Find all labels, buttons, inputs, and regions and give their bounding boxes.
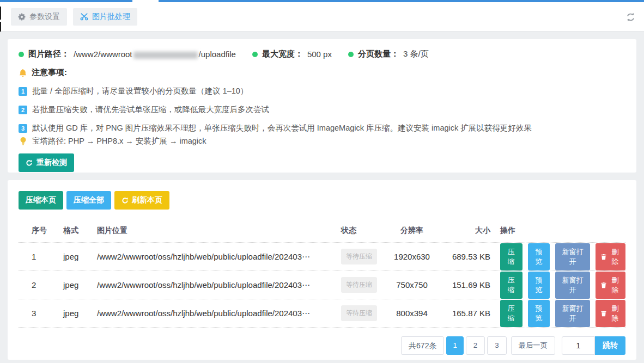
- stat-value: /www2/wwwroot/uploadfile: [74, 50, 236, 59]
- page-button-2[interactable]: 2: [466, 336, 485, 355]
- column-header-format: 格式: [63, 226, 97, 236]
- stat-page-size: 分页数量： 3 条/页: [348, 49, 429, 59]
- redacted-path-segment: [133, 52, 198, 59]
- row-actions: 压缩 预览 新窗打开 删除: [490, 243, 625, 270]
- status-badge: 等待压缩: [341, 249, 377, 264]
- cell-format: jpeg: [63, 309, 97, 318]
- compress-button[interactable]: 压缩: [500, 272, 523, 299]
- column-header-actions: 操作: [490, 226, 625, 236]
- preview-button[interactable]: 预览: [528, 243, 550, 270]
- cell-resolution: 750x750: [381, 280, 442, 290]
- delete-button[interactable]: 删除: [596, 272, 625, 299]
- status-badge: 等待压缩: [341, 277, 377, 293]
- column-header-resolution: 分辨率: [381, 226, 442, 236]
- column-header-path: 图片位置: [97, 226, 320, 236]
- cell-index: 3: [26, 309, 63, 318]
- green-dot-icon: [348, 52, 354, 57]
- page-button-3[interactable]: 3: [487, 336, 506, 355]
- cell-path: /www2/wwwroot/oss/hzljhb/web/public/uplo…: [97, 252, 320, 262]
- notice-item-1: 1 批量 / 全部压缩时，请尽量设置较小的分页数量（建议 1–10）: [19, 86, 625, 96]
- refresh-icon: [26, 159, 33, 167]
- stat-label: 分页数量：: [358, 49, 399, 59]
- last-page-button[interactable]: 最后一页: [511, 336, 555, 355]
- gear-icon: [18, 13, 26, 21]
- notice-item-3: 3 默认使用 GD 库，对 PNG 图片压缩效果不理想，单张压缩失败时，会再次尝…: [19, 123, 625, 133]
- settings-summary-panel: 图片路径： /www2/wwwroot/uploadfile 最大宽度： 500…: [8, 39, 636, 173]
- table-header: 序号 格式 图片位置 状态 分辨率 大小 操作: [19, 219, 625, 243]
- tab-label: 图片批处理: [92, 12, 130, 22]
- scissors-icon: [80, 13, 88, 21]
- stat-max-width: 最大宽度： 500 px: [252, 49, 332, 59]
- column-header-size: 大小: [442, 226, 490, 236]
- compress-current-page-button[interactable]: 压缩本页: [19, 191, 63, 210]
- pagination: 共672条 1 2 3 最后一页 跳转: [19, 336, 625, 355]
- stats-row: 图片路径： /www2/wwwroot/uploadfile 最大宽度： 500…: [19, 49, 625, 59]
- tab-image-batch[interactable]: 图片批处理: [73, 8, 137, 26]
- stat-value: 500 px: [307, 50, 332, 59]
- cell-resolution: 800x394: [381, 309, 442, 318]
- row-actions: 压缩 预览 新窗打开 删除: [490, 272, 625, 299]
- list-toolbar: 压缩本页 压缩全部 刷新本页: [19, 191, 625, 210]
- preview-button[interactable]: 预览: [528, 300, 550, 327]
- tab-group: 参数设置 图片批处理: [0, 2, 644, 31]
- green-dot-icon: [252, 52, 258, 57]
- table-row: 2 jpeg /www2/wwwroot/oss/hzljhb/web/publ…: [19, 271, 625, 299]
- open-new-window-button[interactable]: 新窗打开: [555, 300, 590, 327]
- tab-label: 参数设置: [29, 12, 60, 22]
- number-badge: 3: [19, 124, 27, 133]
- table-row: 3 jpeg /www2/wwwroot/oss/hzljhb/web/publ…: [19, 299, 625, 328]
- trash-icon: [600, 282, 607, 288]
- notice-title: 注意事项:: [19, 67, 625, 78]
- column-header-index: 序号: [26, 226, 63, 236]
- bulb-icon: [20, 137, 27, 146]
- cell-size: 689.53 KB: [442, 252, 490, 261]
- cell-path: /www2/wwwroot/oss/hzljhb/web/public/uplo…: [97, 309, 320, 318]
- cell-resolution: 1920x630: [381, 252, 442, 261]
- table-row: 1 jpeg /www2/wwwroot/oss/hzljhb/web/publ…: [19, 243, 625, 271]
- compress-all-button[interactable]: 压缩全部: [66, 191, 111, 210]
- left-edge-fragment: [0, 22, 1, 32]
- tip-row: 宝塔路径: PHP → PHP8.x → 安装扩展 → imagick: [19, 136, 625, 146]
- cell-index: 1: [26, 252, 63, 261]
- preview-button[interactable]: 预览: [528, 272, 550, 299]
- stat-label: 最大宽度：: [262, 49, 303, 59]
- page-button-1[interactable]: 1: [446, 336, 463, 355]
- green-dot-icon: [19, 52, 24, 57]
- total-count-label: 共672条: [401, 336, 444, 355]
- cell-size: 165.87 KB: [442, 309, 490, 318]
- cell-format: jpeg: [63, 252, 97, 261]
- left-edge-fragment: [0, 7, 1, 20]
- cell-format: jpeg: [63, 280, 97, 290]
- notice-text: 批量 / 全部压缩时，请尽量设置较小的分页数量（建议 1–10）: [32, 86, 248, 96]
- compress-button[interactable]: 压缩: [500, 243, 523, 270]
- compress-button[interactable]: 压缩: [500, 300, 523, 327]
- tip-text: 宝塔路径: PHP → PHP8.x → 安装扩展 → imagick: [32, 136, 206, 146]
- cell-size: 151.69 KB: [442, 280, 490, 290]
- open-new-window-button[interactable]: 新窗打开: [555, 243, 590, 270]
- jump-group: 跳转: [562, 336, 625, 355]
- number-badge: 2: [19, 106, 27, 114]
- jump-button[interactable]: 跳转: [595, 336, 625, 355]
- top-bar: 参数设置 图片批处理: [0, 2, 644, 32]
- refresh-current-page-button[interactable]: 刷新本页: [114, 191, 169, 210]
- delete-button[interactable]: 删除: [596, 243, 625, 270]
- refresh-icon[interactable]: [626, 13, 635, 22]
- refresh-icon: [121, 197, 129, 204]
- trash-icon: [600, 310, 607, 317]
- number-badge: 1: [19, 87, 27, 96]
- cell-path: /www2/wwwroot/oss/hzljhb/web/public/uplo…: [97, 280, 320, 290]
- stat-image-path: 图片路径： /www2/wwwroot/uploadfile: [19, 49, 236, 59]
- row-actions: 压缩 预览 新窗打开 删除: [490, 300, 625, 327]
- stat-label: 图片路径：: [28, 49, 69, 59]
- tab-parameter-settings[interactable]: 参数设置: [11, 8, 67, 26]
- open-new-window-button[interactable]: 新窗打开: [555, 272, 590, 299]
- delete-button[interactable]: 删除: [596, 300, 625, 327]
- trash-icon: [600, 254, 607, 260]
- jump-page-input[interactable]: [562, 336, 595, 355]
- notice-text: 若批量压缩失败，请优先尝试单张压缩，或降低最大宽度后多次尝试: [32, 104, 269, 115]
- notice-item-2: 2 若批量压缩失败，请优先尝试单张压缩，或降低最大宽度后多次尝试: [19, 104, 625, 115]
- recheck-button[interactable]: 重新检测: [19, 153, 74, 172]
- cell-index: 2: [26, 280, 63, 290]
- column-header-status: 状态: [320, 226, 381, 236]
- bell-icon: [19, 69, 27, 77]
